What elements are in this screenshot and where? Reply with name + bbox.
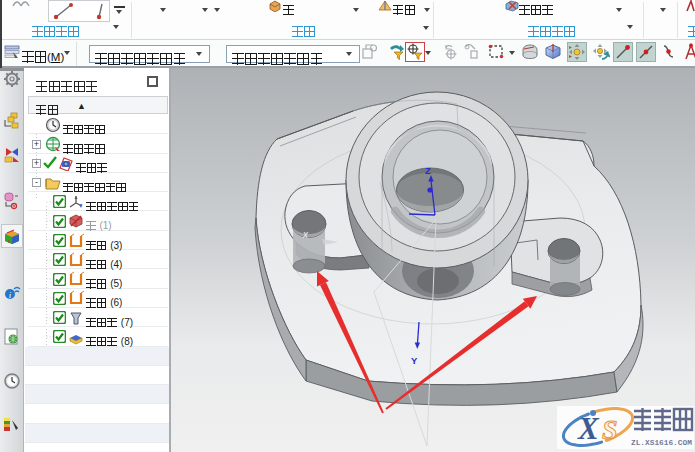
svg-text:ZL.XS1616.COM: ZL.XS1616.COM xyxy=(631,439,692,447)
svg-text:S: S xyxy=(602,414,618,445)
svg-text:x: x xyxy=(302,229,309,240)
svg-text:Z: Z xyxy=(425,165,431,176)
svg-text:X: X xyxy=(577,411,600,446)
svg-text:Y: Y xyxy=(411,355,418,366)
